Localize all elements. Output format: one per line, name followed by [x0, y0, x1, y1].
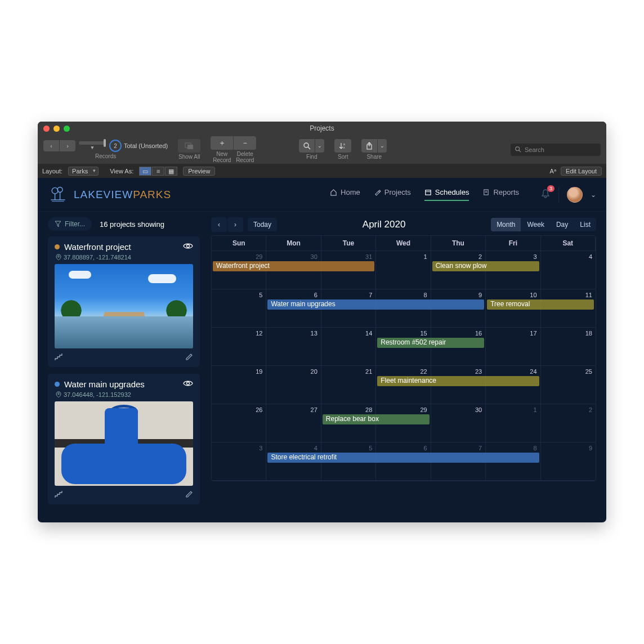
day-number: 6 — [424, 445, 427, 451]
calendar-event[interactable]: Restroom #502 repair — [377, 338, 484, 348]
eye-icon — [183, 242, 193, 250]
user-avatar[interactable] — [567, 187, 583, 203]
show-all-button[interactable] — [178, 139, 200, 153]
day-number: 15 — [420, 330, 427, 337]
close-window-button[interactable] — [43, 126, 50, 132]
view-mode-list[interactable]: ≡ — [152, 167, 164, 176]
calendar-cell[interactable]: 14 — [321, 328, 376, 366]
nav-home[interactable]: Home — [330, 188, 360, 201]
prev-record-button[interactable]: ‹ — [43, 140, 59, 151]
share-button[interactable] — [361, 139, 377, 153]
calendar-cell[interactable]: 4Store electrical retrofit — [266, 442, 321, 481]
minimize-window-button[interactable] — [53, 126, 60, 132]
calendar-cell[interactable]: 30 — [431, 404, 486, 442]
today-button[interactable]: Today — [248, 218, 277, 231]
calendar-cell[interactable]: 9 — [541, 442, 596, 481]
user-menu-chevron[interactable]: ⌄ — [591, 191, 596, 199]
calendar-event[interactable]: Fleet maintenance — [377, 376, 539, 386]
calendar-cell[interactable]: 19 — [212, 366, 266, 404]
hammer-icon — [374, 189, 381, 196]
day-number: 18 — [585, 330, 592, 337]
calendar-cell[interactable]: 2 — [541, 404, 596, 442]
calendar-icon — [424, 189, 432, 196]
next-month-button[interactable]: › — [227, 217, 243, 232]
view-mode-table[interactable]: ▦ — [165, 167, 177, 176]
calendar-view-week[interactable]: Week — [521, 218, 549, 231]
new-record-button[interactable]: ＋ — [211, 136, 233, 150]
edit-layout-button[interactable]: Edit Layout — [561, 167, 602, 176]
calendar-view-month[interactable]: Month — [491, 218, 521, 231]
calendar-cell[interactable]: 25 — [541, 366, 596, 404]
stairs-icon[interactable] — [55, 353, 64, 363]
zoom-window-button[interactable] — [64, 126, 70, 132]
layout-dropdown[interactable]: Parks — [68, 167, 99, 176]
calendar-cell[interactable]: 29Waterfront project — [212, 251, 266, 289]
calendar-event[interactable]: Tree removal — [487, 299, 594, 310]
day-number: 13 — [311, 330, 317, 337]
nav-schedules[interactable]: Schedules — [424, 188, 469, 201]
calendar-cell[interactable]: 1 — [376, 251, 431, 289]
preview-button[interactable]: Preview — [183, 167, 215, 176]
text-size-button[interactable]: Aᵃ — [550, 168, 556, 175]
calendar-cell[interactable]: 6Water main upgrades — [266, 289, 321, 328]
calendar-cell[interactable]: 18 — [541, 328, 596, 366]
calendar-cell[interactable]: 3 — [212, 442, 266, 481]
nav-projects[interactable]: Projects — [374, 188, 411, 201]
project-card[interactable]: Waterfront project 37.808897, -121.74821… — [48, 236, 200, 367]
nav-reports[interactable]: Reports — [482, 188, 519, 201]
day-number: 4 — [589, 253, 592, 260]
calendar-cell[interactable]: 17 — [486, 328, 540, 366]
calendar-cell[interactable]: 2Clean snow plow — [431, 251, 486, 289]
toolbar-search-input[interactable]: Search — [511, 144, 601, 156]
filter-input[interactable]: Filter... — [48, 217, 92, 231]
record-slider[interactable] — [79, 141, 106, 145]
find-dropdown-button[interactable]: ⌄ — [315, 139, 324, 153]
record-count-badge: 2 — [109, 140, 122, 152]
day-number: 19 — [256, 368, 262, 375]
calendar-view-list[interactable]: List — [574, 218, 596, 231]
calendar-cell[interactable]: 26 — [212, 404, 266, 442]
view-mode-form[interactable]: ▭ — [139, 167, 151, 176]
project-image — [55, 401, 193, 486]
day-header: Sun — [212, 236, 266, 251]
visibility-toggle[interactable] — [183, 242, 193, 252]
calendar-event[interactable]: Water main upgrades — [267, 299, 484, 310]
find-button[interactable] — [299, 139, 315, 153]
day-number: 9 — [589, 445, 592, 451]
calendar-view-day[interactable]: Day — [551, 218, 574, 231]
visibility-toggle[interactable] — [183, 379, 193, 389]
day-number: 17 — [530, 330, 536, 337]
share-dropdown-button[interactable]: ⌄ — [378, 139, 387, 153]
delete-record-button[interactable]: － — [234, 136, 256, 150]
calendar-cell[interactable]: 4 — [541, 251, 596, 289]
calendar-cell[interactable]: 22Fleet maintenance — [376, 366, 431, 404]
calendar-cell[interactable]: 10Tree removal — [486, 289, 540, 328]
edit-icon[interactable] — [185, 490, 193, 500]
prev-month-button[interactable]: ‹ — [211, 217, 227, 232]
calendar-cell[interactable]: 21 — [321, 366, 376, 404]
calendar-event[interactable]: Store electrical retrofit — [267, 453, 539, 463]
calendar-cell[interactable]: 15Restroom #502 repair — [376, 328, 431, 366]
stairs-icon[interactable] — [55, 490, 64, 500]
calendar-cell[interactable]: 12 — [212, 328, 266, 366]
calendar-cell[interactable]: 5 — [212, 289, 266, 328]
day-number: 23 — [475, 368, 482, 375]
notifications-button[interactable]: 3 — [540, 189, 551, 200]
next-record-button[interactable]: › — [60, 140, 75, 151]
calendar-cell[interactable]: 13 — [266, 328, 321, 366]
day-number: 22 — [420, 368, 427, 375]
calendar-cell[interactable]: 27 — [266, 404, 321, 442]
app-toolbar: ‹ › ♥ 2 Total (Unsorted) Records Show Al… — [38, 135, 606, 164]
calendar-event[interactable]: Replace bear box — [323, 414, 430, 424]
svg-line-8 — [519, 150, 521, 152]
edit-icon[interactable] — [185, 353, 193, 363]
project-card[interactable]: Water main upgrades 37.046448, -121.1529… — [48, 374, 200, 504]
calendar-cell[interactable]: 20 — [266, 366, 321, 404]
calendar-event[interactable]: Clean snow plow — [432, 261, 539, 271]
sort-button[interactable]: az — [334, 139, 351, 153]
calendar-cell[interactable]: 1 — [486, 404, 540, 442]
calendar-event[interactable]: Waterfront project — [213, 261, 374, 271]
calendar-cell[interactable]: 28Replace bear box — [321, 404, 376, 442]
day-number: 30 — [475, 406, 482, 413]
day-header: Mon — [266, 236, 321, 251]
